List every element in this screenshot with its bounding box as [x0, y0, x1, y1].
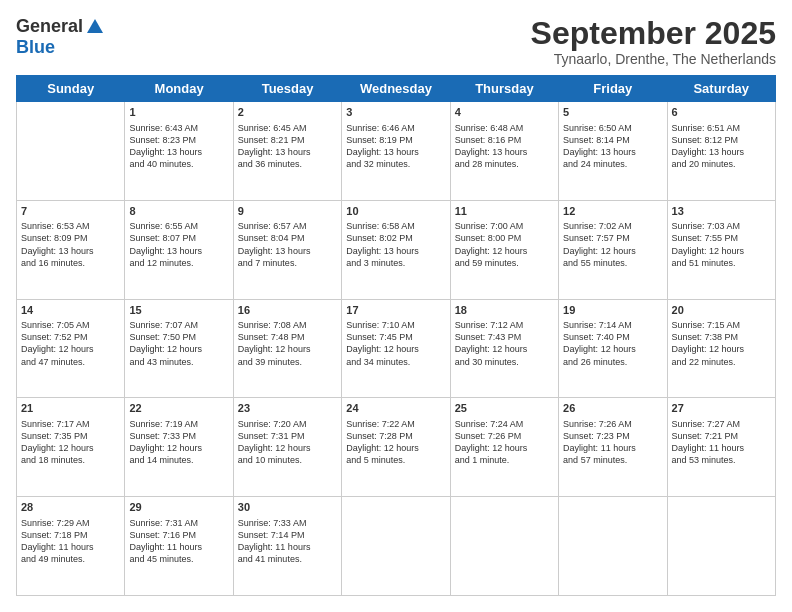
- day-info: Sunrise: 7:14 AM Sunset: 7:40 PM Dayligh…: [563, 319, 662, 368]
- day-number: 29: [129, 500, 228, 515]
- day-number: 1: [129, 105, 228, 120]
- day-number: 15: [129, 303, 228, 318]
- table-row: 3Sunrise: 6:46 AM Sunset: 8:19 PM Daylig…: [342, 102, 450, 201]
- day-info: Sunrise: 7:22 AM Sunset: 7:28 PM Dayligh…: [346, 418, 445, 467]
- header: General Blue September 2025 Tynaarlo, Dr…: [16, 16, 776, 67]
- day-info: Sunrise: 7:02 AM Sunset: 7:57 PM Dayligh…: [563, 220, 662, 269]
- table-row: 17Sunrise: 7:10 AM Sunset: 7:45 PM Dayli…: [342, 299, 450, 398]
- svg-marker-0: [87, 19, 103, 33]
- table-row: 4Sunrise: 6:48 AM Sunset: 8:16 PM Daylig…: [450, 102, 558, 201]
- day-info: Sunrise: 7:10 AM Sunset: 7:45 PM Dayligh…: [346, 319, 445, 368]
- table-row: 26Sunrise: 7:26 AM Sunset: 7:23 PM Dayli…: [559, 398, 667, 497]
- header-tuesday: Tuesday: [233, 76, 341, 102]
- day-info: Sunrise: 7:00 AM Sunset: 8:00 PM Dayligh…: [455, 220, 554, 269]
- calendar-week-2: 14Sunrise: 7:05 AM Sunset: 7:52 PM Dayli…: [17, 299, 776, 398]
- table-row: 16Sunrise: 7:08 AM Sunset: 7:48 PM Dayli…: [233, 299, 341, 398]
- table-row: 2Sunrise: 6:45 AM Sunset: 8:21 PM Daylig…: [233, 102, 341, 201]
- table-row: 21Sunrise: 7:17 AM Sunset: 7:35 PM Dayli…: [17, 398, 125, 497]
- table-row: 5Sunrise: 6:50 AM Sunset: 8:14 PM Daylig…: [559, 102, 667, 201]
- day-info: Sunrise: 6:53 AM Sunset: 8:09 PM Dayligh…: [21, 220, 120, 269]
- table-row: 1Sunrise: 6:43 AM Sunset: 8:23 PM Daylig…: [125, 102, 233, 201]
- title-section: September 2025 Tynaarlo, Drenthe, The Ne…: [531, 16, 776, 67]
- day-info: Sunrise: 7:12 AM Sunset: 7:43 PM Dayligh…: [455, 319, 554, 368]
- day-number: 28: [21, 500, 120, 515]
- day-info: Sunrise: 6:50 AM Sunset: 8:14 PM Dayligh…: [563, 122, 662, 171]
- calendar-week-0: 1Sunrise: 6:43 AM Sunset: 8:23 PM Daylig…: [17, 102, 776, 201]
- table-row: 13Sunrise: 7:03 AM Sunset: 7:55 PM Dayli…: [667, 200, 775, 299]
- table-row: 12Sunrise: 7:02 AM Sunset: 7:57 PM Dayli…: [559, 200, 667, 299]
- table-row: 14Sunrise: 7:05 AM Sunset: 7:52 PM Dayli…: [17, 299, 125, 398]
- calendar-table: Sunday Monday Tuesday Wednesday Thursday…: [16, 75, 776, 596]
- day-info: Sunrise: 7:27 AM Sunset: 7:21 PM Dayligh…: [672, 418, 771, 467]
- day-info: Sunrise: 7:20 AM Sunset: 7:31 PM Dayligh…: [238, 418, 337, 467]
- table-row: 10Sunrise: 6:58 AM Sunset: 8:02 PM Dayli…: [342, 200, 450, 299]
- day-info: Sunrise: 7:03 AM Sunset: 7:55 PM Dayligh…: [672, 220, 771, 269]
- day-info: Sunrise: 7:17 AM Sunset: 7:35 PM Dayligh…: [21, 418, 120, 467]
- table-row: 28Sunrise: 7:29 AM Sunset: 7:18 PM Dayli…: [17, 497, 125, 596]
- day-info: Sunrise: 6:43 AM Sunset: 8:23 PM Dayligh…: [129, 122, 228, 171]
- day-info: Sunrise: 6:57 AM Sunset: 8:04 PM Dayligh…: [238, 220, 337, 269]
- day-number: 27: [672, 401, 771, 416]
- header-sunday: Sunday: [17, 76, 125, 102]
- day-number: 3: [346, 105, 445, 120]
- calendar-week-3: 21Sunrise: 7:17 AM Sunset: 7:35 PM Dayli…: [17, 398, 776, 497]
- day-info: Sunrise: 6:45 AM Sunset: 8:21 PM Dayligh…: [238, 122, 337, 171]
- day-info: Sunrise: 7:24 AM Sunset: 7:26 PM Dayligh…: [455, 418, 554, 467]
- location: Tynaarlo, Drenthe, The Netherlands: [531, 51, 776, 67]
- table-row: [559, 497, 667, 596]
- day-number: 23: [238, 401, 337, 416]
- day-number: 7: [21, 204, 120, 219]
- header-wednesday: Wednesday: [342, 76, 450, 102]
- table-row: 23Sunrise: 7:20 AM Sunset: 7:31 PM Dayli…: [233, 398, 341, 497]
- day-number: 2: [238, 105, 337, 120]
- day-number: 6: [672, 105, 771, 120]
- day-number: 8: [129, 204, 228, 219]
- day-info: Sunrise: 7:33 AM Sunset: 7:14 PM Dayligh…: [238, 517, 337, 566]
- table-row: 19Sunrise: 7:14 AM Sunset: 7:40 PM Dayli…: [559, 299, 667, 398]
- day-info: Sunrise: 7:15 AM Sunset: 7:38 PM Dayligh…: [672, 319, 771, 368]
- day-number: 18: [455, 303, 554, 318]
- day-number: 25: [455, 401, 554, 416]
- day-number: 20: [672, 303, 771, 318]
- day-info: Sunrise: 7:07 AM Sunset: 7:50 PM Dayligh…: [129, 319, 228, 368]
- day-number: 10: [346, 204, 445, 219]
- logo-icon: [85, 17, 105, 37]
- day-info: Sunrise: 7:31 AM Sunset: 7:16 PM Dayligh…: [129, 517, 228, 566]
- day-number: 11: [455, 204, 554, 219]
- table-row: 8Sunrise: 6:55 AM Sunset: 8:07 PM Daylig…: [125, 200, 233, 299]
- table-row: 15Sunrise: 7:07 AM Sunset: 7:50 PM Dayli…: [125, 299, 233, 398]
- day-info: Sunrise: 6:55 AM Sunset: 8:07 PM Dayligh…: [129, 220, 228, 269]
- day-number: 13: [672, 204, 771, 219]
- day-info: Sunrise: 6:46 AM Sunset: 8:19 PM Dayligh…: [346, 122, 445, 171]
- header-saturday: Saturday: [667, 76, 775, 102]
- table-row: 30Sunrise: 7:33 AM Sunset: 7:14 PM Dayli…: [233, 497, 341, 596]
- day-number: 30: [238, 500, 337, 515]
- day-info: Sunrise: 7:08 AM Sunset: 7:48 PM Dayligh…: [238, 319, 337, 368]
- header-friday: Friday: [559, 76, 667, 102]
- day-number: 9: [238, 204, 337, 219]
- table-row: 24Sunrise: 7:22 AM Sunset: 7:28 PM Dayli…: [342, 398, 450, 497]
- table-row: [667, 497, 775, 596]
- day-info: Sunrise: 7:19 AM Sunset: 7:33 PM Dayligh…: [129, 418, 228, 467]
- day-info: Sunrise: 7:26 AM Sunset: 7:23 PM Dayligh…: [563, 418, 662, 467]
- table-row: 7Sunrise: 6:53 AM Sunset: 8:09 PM Daylig…: [17, 200, 125, 299]
- table-row: 29Sunrise: 7:31 AM Sunset: 7:16 PM Dayli…: [125, 497, 233, 596]
- table-row: 22Sunrise: 7:19 AM Sunset: 7:33 PM Dayli…: [125, 398, 233, 497]
- table-row: [17, 102, 125, 201]
- day-info: Sunrise: 7:05 AM Sunset: 7:52 PM Dayligh…: [21, 319, 120, 368]
- table-row: 18Sunrise: 7:12 AM Sunset: 7:43 PM Dayli…: [450, 299, 558, 398]
- logo-blue-text: Blue: [16, 37, 55, 58]
- day-number: 14: [21, 303, 120, 318]
- calendar-header-row: Sunday Monday Tuesday Wednesday Thursday…: [17, 76, 776, 102]
- header-monday: Monday: [125, 76, 233, 102]
- day-number: 24: [346, 401, 445, 416]
- day-number: 26: [563, 401, 662, 416]
- table-row: 11Sunrise: 7:00 AM Sunset: 8:00 PM Dayli…: [450, 200, 558, 299]
- table-row: [342, 497, 450, 596]
- calendar-week-1: 7Sunrise: 6:53 AM Sunset: 8:09 PM Daylig…: [17, 200, 776, 299]
- table-row: 27Sunrise: 7:27 AM Sunset: 7:21 PM Dayli…: [667, 398, 775, 497]
- day-number: 4: [455, 105, 554, 120]
- page: General Blue September 2025 Tynaarlo, Dr…: [0, 0, 792, 612]
- calendar-week-4: 28Sunrise: 7:29 AM Sunset: 7:18 PM Dayli…: [17, 497, 776, 596]
- day-number: 17: [346, 303, 445, 318]
